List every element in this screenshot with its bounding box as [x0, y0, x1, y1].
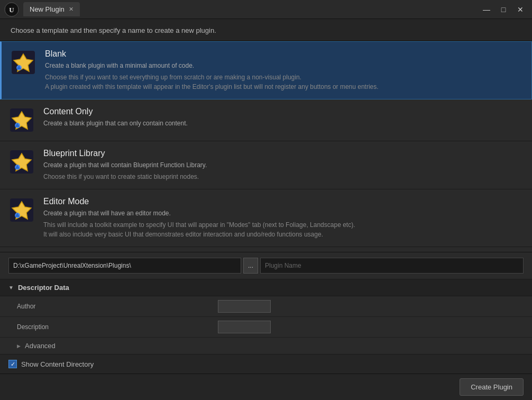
template-item-blueprint-library[interactable]: Blueprint Library Create a plugin that w… [0, 141, 532, 189]
template-name-blueprint-library: Blueprint Library [43, 149, 524, 158]
template-info-blank: Blank Create a blank plugin with a minim… [45, 49, 523, 92]
window-title: New Plugin [30, 5, 65, 13]
author-row: Author [0, 296, 532, 317]
template-icon-editor-mode [8, 197, 35, 223]
template-name-editor-mode: Editor Mode [43, 197, 524, 206]
description-row: Description [0, 317, 532, 338]
template-desc-content-only: Create a blank plugin that can only cont… [43, 119, 524, 128]
advanced-arrow-icon: ▶ [17, 343, 21, 349]
template-desc-blank: Create a blank plugin with a minimal amo… [45, 61, 523, 70]
template-name-blank: Blank [45, 49, 523, 59]
footer: Create Plugin [0, 374, 532, 400]
create-plugin-button[interactable]: Create Plugin [460, 378, 524, 396]
descriptor-header-label: Descriptor Data [18, 284, 69, 292]
template-desc-extra-blueprint-library: Choose this if you want to create static… [43, 172, 524, 181]
template-list: Blank Create a blank plugin with a minim… [0, 41, 532, 252]
subtitle-text: Choose a template and then specify a nam… [0, 19, 532, 41]
close-button[interactable]: ✕ [513, 4, 528, 15]
template-info-editor-mode: Editor Mode Create a plugin that will ha… [43, 197, 524, 239]
description-input[interactable] [218, 321, 271, 333]
template-item-content-only[interactable]: Content Only Create a blank plugin that … [0, 99, 532, 141]
advanced-label: Advanced [25, 342, 56, 350]
show-content-checkbox[interactable]: ✓ [8, 360, 17, 368]
show-content-row: ✓ Show Content Directory [0, 354, 532, 374]
author-label: Author [17, 303, 218, 310]
template-desc-extra-blank: Choose this if you want to set everythin… [45, 72, 523, 92]
advanced-row[interactable]: ▶ Advanced [0, 338, 532, 354]
template-desc-extra-editor-mode: This will include a toolkit example to s… [43, 220, 524, 239]
window-controls: — □ ✕ [479, 4, 528, 15]
template-icon-blank [10, 49, 36, 76]
minimize-button[interactable]: — [479, 4, 494, 15]
descriptor-header[interactable]: ▼ Descriptor Data [0, 279, 532, 296]
show-content-label: Show Content Directory [21, 360, 94, 368]
checkbox-check-icon: ✓ [11, 361, 15, 368]
template-icon-content-only [8, 107, 35, 133]
path-row: ... [0, 252, 532, 279]
template-info-blueprint-library: Blueprint Library Create a plugin that w… [43, 149, 524, 181]
bottom-section: ... ▼ Descriptor Data Author Description… [0, 252, 532, 400]
maximize-button[interactable]: □ [496, 4, 511, 15]
template-item-editor-mode[interactable]: Editor Mode Create a plugin that will ha… [0, 189, 532, 247]
descriptor-arrow-icon: ▼ [8, 285, 14, 290]
template-desc-editor-mode: Create a plugin that will have an editor… [43, 208, 524, 218]
tab-close-button[interactable]: ✕ [69, 6, 74, 13]
description-label: Description [17, 323, 218, 331]
window-tab: New Plugin ✕ [23, 2, 80, 16]
template-desc-blueprint-library: Create a plugin that will contain Bluepr… [43, 160, 524, 170]
template-item-editor-standalone[interactable]: Editor Standalone Window Create a plugin… [0, 247, 532, 252]
path-input[interactable] [8, 258, 241, 274]
browse-button[interactable]: ... [243, 258, 258, 274]
author-input[interactable] [218, 300, 271, 313]
plugin-name-input[interactable] [260, 258, 524, 274]
template-icon-blueprint-library [8, 149, 35, 175]
ue-logo: U [4, 2, 19, 17]
main-content: Choose a template and then specify a nam… [0, 19, 532, 400]
title-bar: U New Plugin ✕ — □ ✕ [0, 0, 532, 19]
template-info-content-only: Content Only Create a blank plugin that … [43, 107, 524, 128]
svg-text:U: U [9, 6, 14, 14]
descriptor-section: ▼ Descriptor Data Author Description ▶ A… [0, 279, 532, 354]
template-name-content-only: Content Only [43, 107, 524, 116]
template-item-blank[interactable]: Blank Create a blank plugin with a minim… [0, 41, 532, 99]
